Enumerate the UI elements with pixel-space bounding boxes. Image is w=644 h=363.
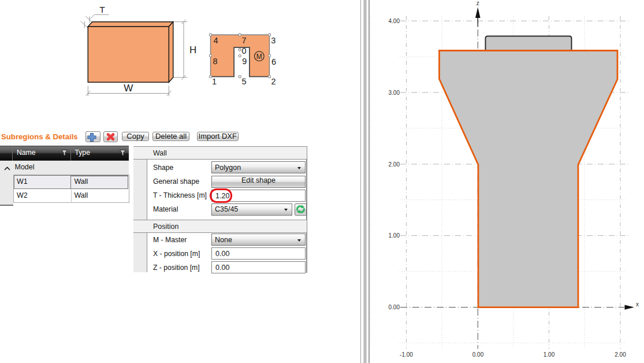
svg-text:0.00: 0.00 xyxy=(389,304,400,310)
svg-text:1.00: 1.00 xyxy=(389,232,400,239)
svg-text:W: W xyxy=(124,83,133,94)
svg-text:3.00: 3.00 xyxy=(389,90,400,96)
svg-text:2.00: 2.00 xyxy=(389,161,400,168)
svg-text:x: x xyxy=(636,301,639,308)
svg-text:0: 0 xyxy=(242,46,247,55)
svg-text:2: 2 xyxy=(271,77,276,86)
svg-text:4.00: 4.00 xyxy=(389,18,400,24)
svg-text:6: 6 xyxy=(271,57,276,66)
svg-text:M: M xyxy=(256,53,262,61)
svg-text:4: 4 xyxy=(214,36,218,45)
svg-text:8: 8 xyxy=(213,57,218,66)
svg-text:z: z xyxy=(477,0,479,6)
svg-text:-1.00: -1.00 xyxy=(400,351,413,358)
svg-text:H: H xyxy=(189,45,196,55)
svg-text:2.00: 2.00 xyxy=(615,351,626,358)
svg-text:T: T xyxy=(99,5,105,14)
svg-text:1: 1 xyxy=(212,77,217,86)
svg-text:1.00: 1.00 xyxy=(544,351,555,358)
svg-text:5: 5 xyxy=(242,77,247,86)
svg-text:3: 3 xyxy=(271,36,276,45)
svg-text:7: 7 xyxy=(242,36,247,45)
svg-text:9: 9 xyxy=(242,57,247,66)
svg-text:0.00: 0.00 xyxy=(472,351,484,358)
